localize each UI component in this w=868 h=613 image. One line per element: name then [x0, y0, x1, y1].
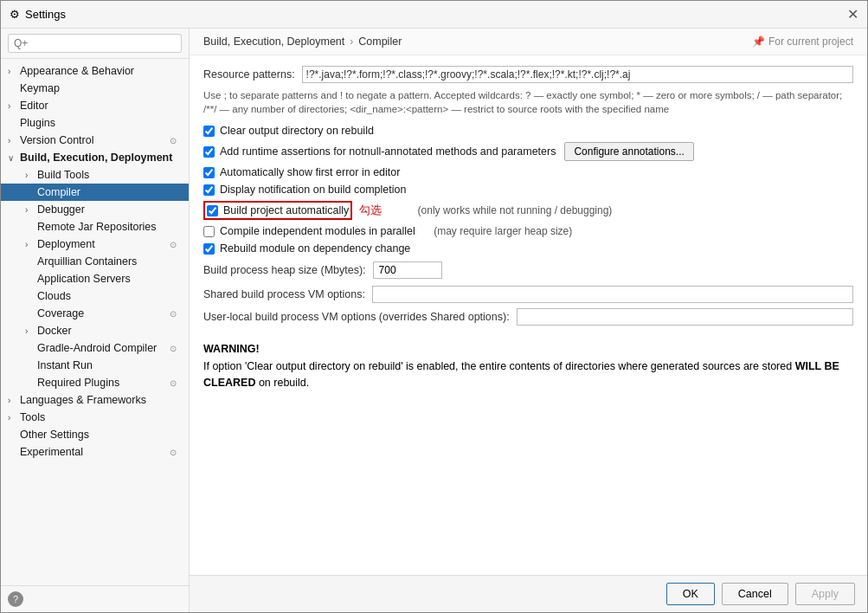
sidebar-item-label: Arquillian Containers — [37, 255, 182, 268]
sync-icon: ⊙ — [170, 344, 182, 353]
sidebar-item-deployment[interactable]: › Deployment ⊙ — [1, 236, 189, 253]
sidebar-item-app-servers[interactable]: Application Servers — [1, 270, 189, 287]
sync-icon: ⊙ — [170, 448, 182, 457]
heap-size-label: Build process heap size (Mbytes): — [203, 264, 366, 276]
rebuild-dependency-label[interactable]: Rebuild module on dependency change — [203, 242, 410, 255]
sidebar-item-version-control[interactable]: › Version Control ⊙ — [1, 132, 189, 149]
arrow-icon: › — [25, 240, 37, 249]
sidebar-item-compiler[interactable]: Compiler — [1, 184, 189, 201]
sidebar-item-label: Version Control — [20, 134, 170, 146]
rebuild-dependency-text: Rebuild module on dependency change — [220, 242, 410, 255]
runtime-assertions-text: Add runtime assertions for notnull-annot… — [220, 145, 556, 158]
show-first-error-label[interactable]: Automatically show first error in editor — [203, 166, 400, 178]
build-auto-checkbox[interactable] — [207, 205, 218, 216]
rebuild-dependency-checkbox[interactable] — [203, 243, 215, 255]
sidebar-item-label: Appearance & Behavior — [20, 65, 182, 77]
sidebar-item-clouds[interactable]: Clouds — [1, 287, 189, 305]
arrow-icon: › — [8, 396, 20, 405]
display-notification-label[interactable]: Display notification on build completion — [203, 184, 406, 196]
sidebar-item-experimental[interactable]: Experimental ⊙ — [1, 443, 189, 461]
apply-button[interactable]: Apply — [795, 583, 855, 605]
help-button[interactable]: ? — [8, 591, 23, 607]
settings-content: Resource patterns: Use ; to separate pat… — [190, 55, 867, 575]
ok-button[interactable]: OK — [666, 583, 715, 605]
resource-patterns-input[interactable] — [302, 66, 853, 83]
resource-patterns-row: Resource patterns: — [203, 66, 853, 83]
sidebar-item-gradle-android[interactable]: Gradle-Android Compiler ⊙ — [1, 339, 189, 357]
arrow-icon: › — [25, 171, 37, 180]
sidebar-item-required-plugins[interactable]: Required Plugins ⊙ — [1, 374, 189, 391]
bottom-bar: OK Cancel Apply — [190, 575, 867, 612]
sidebar-item-tools[interactable]: › Tools — [1, 409, 189, 426]
cancel-button[interactable]: Cancel — [722, 583, 788, 605]
compile-parallel-label[interactable]: Compile independent modules in parallel — [203, 225, 415, 237]
sync-icon: ⊙ — [170, 240, 182, 249]
sidebar-item-arquillian[interactable]: Arquillian Containers — [1, 253, 189, 270]
content-area: › Appearance & Behavior Keymap › Editor … — [1, 29, 867, 612]
arrow-icon: › — [8, 67, 20, 76]
sidebar-item-label: Coverage — [37, 307, 170, 319]
display-notification-checkbox[interactable] — [203, 184, 215, 196]
sidebar-item-label: Languages & Frameworks — [20, 394, 182, 406]
main-panel: Build, Execution, Deployment › Compiler … — [190, 29, 867, 612]
option-display-notification: Display notification on build completion — [203, 184, 853, 196]
arrow-icon: › — [25, 205, 37, 215]
resource-patterns-label: Resource patterns: — [203, 68, 295, 81]
sidebar-item-docker[interactable]: › Docker — [1, 322, 189, 339]
clear-output-checkbox[interactable] — [203, 126, 215, 137]
heap-size-input[interactable] — [373, 261, 442, 279]
sidebar-item-editor[interactable]: › Editor — [1, 97, 189, 114]
runtime-assertions-checkbox[interactable] — [203, 146, 215, 158]
sidebar-item-label: Build, Execution, Deployment — [20, 152, 182, 164]
show-first-error-checkbox[interactable] — [203, 167, 215, 178]
option-runtime-assertions: Add runtime assertions for notnull-annot… — [203, 142, 853, 161]
arrow-icon: › — [8, 101, 20, 111]
close-button[interactable]: ✕ — [847, 6, 858, 23]
sidebar-item-label: Gradle-Android Compiler — [37, 342, 170, 354]
build-auto-highlight-box: Build project automatically — [203, 201, 352, 220]
build-auto-note: (only works while not running / debuggin… — [389, 204, 612, 216]
sidebar-item-instant-run[interactable]: Instant Run — [1, 357, 189, 374]
sidebar-item-build-execution[interactable]: ∨ Build, Execution, Deployment — [1, 149, 189, 166]
configure-annotations-button[interactable]: Configure annotations... — [564, 142, 693, 161]
heap-size-row: Build process heap size (Mbytes): — [203, 261, 853, 279]
option-compile-parallel: Compile independent modules in parallel … — [203, 225, 853, 237]
sync-icon: ⊙ — [170, 378, 182, 388]
user-vm-input[interactable] — [517, 308, 853, 326]
option-show-first-error: Automatically show first error in editor — [203, 166, 853, 178]
sidebar-item-debugger[interactable]: › Debugger — [1, 201, 189, 218]
shared-vm-input[interactable] — [372, 286, 853, 303]
sidebar-item-other-settings[interactable]: Other Settings — [1, 426, 189, 443]
sync-icon: ⊙ — [170, 136, 182, 145]
sidebar-item-label: Remote Jar Repositories — [37, 221, 182, 233]
clear-output-label[interactable]: Clear output directory on rebuild — [203, 125, 374, 137]
shared-vm-row: Shared build process VM options: — [203, 286, 853, 303]
sidebar-item-languages[interactable]: › Languages & Frameworks — [1, 391, 189, 409]
sidebar-item-label: Application Servers — [37, 273, 182, 285]
breadcrumb-path: Build, Execution, Deployment — [203, 35, 344, 48]
sidebar-item-label: Plugins — [20, 117, 182, 129]
build-auto-text: Build project automatically — [223, 204, 349, 216]
sidebar-item-appearance[interactable]: › Appearance & Behavior — [1, 62, 189, 80]
runtime-assertions-label[interactable]: Add runtime assertions for notnull-annot… — [203, 145, 556, 158]
build-auto-label[interactable]: Build project automatically — [207, 204, 349, 216]
option-build-auto: Build project automatically 勾选 (only wor… — [203, 201, 853, 220]
pin-icon: 📌 — [752, 35, 765, 48]
sidebar-item-build-tools[interactable]: › Build Tools — [1, 166, 189, 184]
sidebar-item-keymap[interactable]: Keymap — [1, 80, 189, 97]
search-input[interactable] — [8, 34, 182, 53]
sidebar-item-coverage[interactable]: Coverage ⊙ — [1, 305, 189, 322]
sidebar-item-label: Docker — [37, 325, 182, 337]
sidebar-item-plugins[interactable]: Plugins — [1, 114, 189, 132]
sidebar-item-label: Other Settings — [20, 429, 182, 441]
sidebar-item-label: Keymap — [20, 82, 182, 94]
compile-parallel-checkbox[interactable] — [203, 226, 215, 237]
show-first-error-text: Automatically show first error in editor — [220, 166, 400, 178]
sidebar-item-label: Clouds — [37, 290, 182, 302]
sidebar-bottom: ? — [1, 585, 189, 612]
sidebar-item-remote-jar[interactable]: Remote Jar Repositories — [1, 218, 189, 236]
sidebar-item-label: Compiler — [37, 186, 182, 198]
sync-icon: ⊙ — [170, 309, 182, 319]
warning-section: WARNING! If option 'Clear output directo… — [203, 343, 853, 391]
sidebar-item-label: Build Tools — [37, 169, 182, 181]
